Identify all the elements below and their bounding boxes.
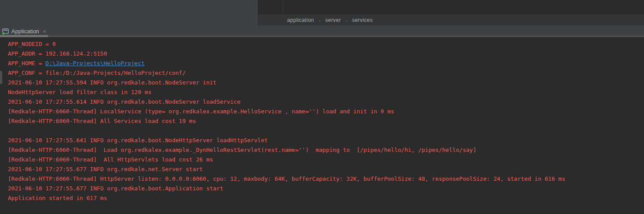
console-line: 2021-06-10 17:27:55.641 INFO org.redkale…: [8, 136, 644, 145]
console-text: [Redkale-HTTP:6060-Thread] All HttpServl…: [8, 156, 213, 163]
console-line: 2021-06-10 17:27:55.594 INFO org.redkale…: [8, 78, 644, 88]
console-text: 2021-06-10 17:27:55.614 INFO org.redkale…: [8, 98, 240, 105]
console-line: [Redkale-HTTP:6060-Thread] HttpServer li…: [8, 174, 644, 184]
console-text: 2021-06-10 17:27:55.594 INFO org.redkale…: [8, 79, 216, 86]
console-text: 2021-06-10 17:27:55.641 INFO org.redkale…: [8, 137, 268, 144]
editor-area-top: [258, 0, 644, 14]
file-link[interactable]: D:\Java-Projects\HelloProject: [45, 60, 145, 67]
tool-window-panel: [0, 0, 258, 25]
console-text: 2021-06-10 17:27:55.677 INFO org.redkale…: [8, 185, 223, 192]
console-line: APP_NODEID = 0: [8, 39, 644, 49]
console-line: [Redkale-HTTP:6060-Thread] LocalService …: [8, 107, 644, 116]
breadcrumb-item-application[interactable]: application: [287, 17, 314, 23]
chevron-right-icon: ›: [319, 18, 321, 23]
console-line: [Redkale-HTTP:6060-Thread] Load org.redk…: [8, 145, 644, 155]
tab-application-label: Application: [11, 28, 39, 35]
breadcrumb-item-services[interactable]: services: [352, 17, 373, 23]
console-text: NodeHttpServer load filter class in 120 …: [8, 89, 152, 95]
console-output[interactable]: APP_NODEID = 0APP_ADDR = 192.168.124.2:5…: [0, 37, 644, 214]
ide-window: application › server › services Applicat…: [0, 0, 644, 214]
console-tab-bar: Application ×: [0, 25, 644, 37]
console-text: Application started in 617 ms: [8, 195, 107, 201]
console-text: 2021-06-10 17:27:55.677 INFO org.redkale…: [8, 166, 203, 172]
console-text: APP_CONF = file:/D:/Java-Projects/HelloP…: [8, 70, 186, 76]
console-line: Application started in 617 ms: [8, 193, 644, 203]
console-line: APP_HOME = D:\Java-Projects\HelloProject: [8, 59, 644, 68]
editor-gutter-divider: [283, 0, 283, 14]
console-text: [Redkale-HTTP:6060-Thread] All Services …: [8, 118, 196, 124]
top-band: application › server › services: [0, 0, 644, 25]
console-line: APP_CONF = file:/D:/Java-Projects/HelloP…: [8, 68, 644, 78]
console-line: APP_ADDR = 192.168.124.2:5150: [8, 49, 644, 59]
console-line: [Redkale-HTTP:6060-Thread] All Services …: [8, 116, 644, 126]
close-tab-icon[interactable]: ×: [43, 28, 46, 35]
console-text: [Redkale-HTTP:6060-Thread] Load org.redk…: [8, 147, 476, 153]
console-line: [Redkale-HTTP:6060-Thread] All HttpServl…: [8, 155, 644, 165]
console-line: NodeHttpServer load filter class in 120 …: [8, 88, 644, 97]
console-text: APP_HOME =: [8, 60, 45, 67]
console-text: [Redkale-HTTP:6060-Thread] HttpServer li…: [8, 175, 565, 182]
console-line: 2021-06-10 17:27:55.677 INFO org.redkale…: [8, 165, 644, 174]
console-line: [8, 126, 644, 136]
chevron-right-icon: ›: [346, 18, 347, 23]
console-text: [Redkale-HTTP:6060-Thread] LocalService …: [8, 108, 394, 115]
console-window-icon: [2, 28, 9, 35]
console-line: 2021-06-10 17:27:55.614 INFO org.redkale…: [8, 97, 644, 107]
console-line: 2021-06-10 17:27:55.677 INFO org.redkale…: [8, 184, 644, 193]
console-text: APP_NODEID = 0: [8, 41, 56, 47]
breadcrumb: application › server › services: [258, 14, 644, 25]
console-text: APP_ADDR = 192.168.124.2:5150: [8, 50, 107, 57]
breadcrumb-item-server[interactable]: server: [325, 17, 341, 23]
gutter-marker: [0, 71, 2, 84]
